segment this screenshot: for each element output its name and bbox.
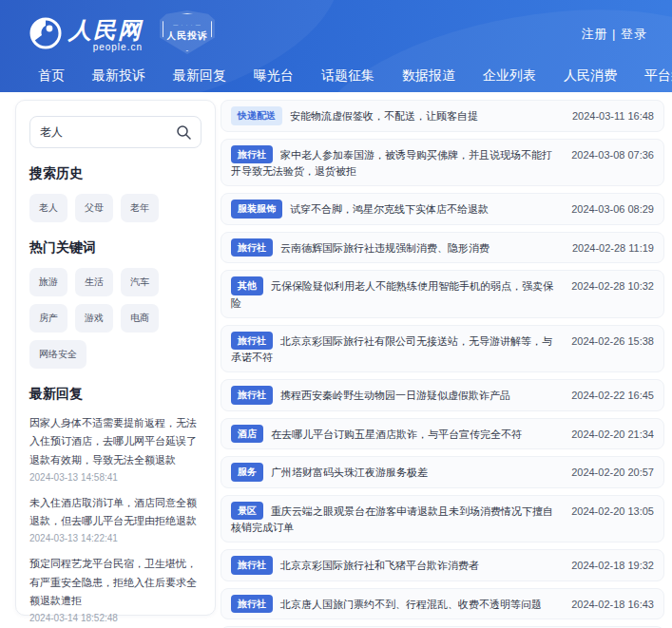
table-row[interactable]: 2024-02-22 16:45旅行社携程西安秦岭野生动物园一日游疑似虚假欺诈产… xyxy=(221,379,664,411)
complaint-text: 试穿不合脚，鸿星尔克线下实体店不给退款 xyxy=(290,203,489,215)
nav-item-企业列表[interactable]: 企业列表 xyxy=(483,67,536,85)
brand-row: 人民网 people.cn — · · · — 人民投诉 注册 | 登录 xyxy=(29,10,647,59)
complaint-text: 北京京彩国际旅行社有限公司无接送站，无导游讲解等，与承诺不符 xyxy=(231,335,552,364)
hot-keyword-tag[interactable]: 旅游 xyxy=(29,268,67,296)
nav-item-话题征集[interactable]: 话题征集 xyxy=(321,67,374,85)
hot-keyword-tag[interactable]: 生活 xyxy=(75,268,113,296)
category-badge: 其他 xyxy=(231,276,263,295)
complaint-shield-badge: — · · · — 人民投诉 xyxy=(160,10,215,54)
complaint-text: 元保保险疑似利用老人不能熟练使用智能手机的弱点，强卖保险 xyxy=(231,280,553,309)
sidebar: 搜索历史 老人父母老年 热门关键词 旅游生活汽车房产游戏电商网络安全 最新回复 … xyxy=(15,100,216,616)
category-badge: 旅行社 xyxy=(231,386,273,405)
complaint-text: 北京京彩国际旅行社和飞猪平台欺诈消费者 xyxy=(280,560,479,571)
brand-zh: 人民网 xyxy=(68,17,143,43)
nav-item-首页[interactable]: 首页 xyxy=(38,67,65,85)
row-date: 2024-03-06 08:29 xyxy=(571,201,654,218)
people-cn-logo[interactable]: 人民网 people.cn xyxy=(29,16,143,52)
row-date: 2024-02-20 20:57 xyxy=(571,465,654,481)
category-badge: 旅行社 xyxy=(231,332,273,351)
reply-text: 预定同程艺龙平台民宿，卫生堪忧，有严重安全隐患，拒绝入住后要求全额退款遭拒 xyxy=(29,555,202,610)
hot-keyword-tag[interactable]: 汽车 xyxy=(121,268,159,296)
complaint-text: 携程西安秦岭野生动物园一日游疑似虚假欺诈产品 xyxy=(280,390,510,401)
complaint-text: 北京唐人国旅门票约不到、行程混乱、收费不透明等问题 xyxy=(280,599,542,610)
table-row[interactable]: 2024-02-18 16:43旅行社北京唐人国旅门票约不到、行程混乱、收费不透… xyxy=(221,588,664,620)
search-box xyxy=(29,116,202,148)
row-date: 2024-02-28 10:32 xyxy=(571,278,654,295)
nav-item-曝光台[interactable]: 曝光台 xyxy=(254,67,294,85)
main-nav: 首页最新投诉最新回复曝光台话题征集数据报道企业列表人民消费平台须知∨ xyxy=(38,63,662,89)
row-date: 2024-02-26 15:38 xyxy=(571,333,654,350)
search-history-title: 搜索历史 xyxy=(29,165,202,182)
latest-replies-title: 最新回复 xyxy=(29,386,202,403)
reply-date: 2024-03-13 14:22:41 xyxy=(29,533,202,543)
category-badge: 酒店 xyxy=(231,425,263,444)
nav-item-数据报道[interactable]: 数据报道 xyxy=(402,67,455,85)
shield-label: 人民投诉 xyxy=(166,29,208,43)
category-badge: 服装服饰 xyxy=(231,200,282,219)
reply-item[interactable]: 因家人身体不适需要提前返程，无法入住预订酒店，去哪儿网平台延误了退款有效期，导致… xyxy=(29,414,202,483)
row-date: 2024-02-22 16:45 xyxy=(571,388,654,404)
table-row[interactable]: 2024-03-11 16:48快递配送安能物流虚假签收，不配送，让顾客自提 xyxy=(221,100,664,132)
nav-item-最新投诉[interactable]: 最新投诉 xyxy=(92,67,145,85)
history-tag[interactable]: 老年 xyxy=(121,194,159,222)
reply-date: 2024-03-13 14:58:41 xyxy=(29,472,202,483)
nav-item-最新回复[interactable]: 最新回复 xyxy=(173,67,226,85)
table-row[interactable]: 2024-02-20 21:34酒店在去哪儿平台订购五星酒店欺诈，与平台宣传完全… xyxy=(221,418,664,450)
table-row[interactable]: 2024-02-26 15:38旅行社北京京彩国际旅行社有限公司无接送站，无导游… xyxy=(221,325,664,373)
table-row[interactable]: 2024-02-20 13:05景区重庆云端之眼观景台在游客申请退款且未到场消费… xyxy=(221,495,664,543)
complaint-text: 安能物流虚假签收，不配送，让顾客自提 xyxy=(290,110,478,122)
row-date: 2024-02-18 16:43 xyxy=(571,597,654,613)
hot-keyword-tag[interactable]: 游戏 xyxy=(75,304,113,333)
table-row[interactable]: 2024-02-18 19:32旅行社北京京彩国际旅行社和飞猪平台欺诈消费者 xyxy=(221,549,664,581)
category-badge: 旅行社 xyxy=(231,145,273,164)
shield-slogan: — · · · — xyxy=(173,22,202,28)
row-date: 2024-03-11 16:48 xyxy=(572,108,654,124)
category-badge: 服务 xyxy=(231,463,263,482)
complaint-text: 广州塔财富码头珠江夜游服务极差 xyxy=(271,466,428,478)
table-row[interactable]: 2024-03-06 08:29服装服饰试穿不合脚，鸿星尔克线下实体店不给退款 xyxy=(221,193,664,225)
row-date: 2024-02-20 13:05 xyxy=(571,504,654,520)
brand-en: people.cn xyxy=(68,43,143,52)
register-login-link[interactable]: 注册 | 登录 xyxy=(581,26,647,43)
brand-text: 人民网 people.cn xyxy=(68,19,143,52)
table-row[interactable]: 2024-03-08 07:36旅行社家中老人参加泰国游，被诱导购买佛牌，并且说… xyxy=(221,139,664,187)
table-row[interactable]: 2024-02-28 10:32其他元保保险疑似利用老人不能熟练使用智能手机的弱… xyxy=(221,270,664,318)
table-row[interactable]: 2024-02-28 11:19旅行社云南德辉国际旅行社违规强制消费、隐形消费 xyxy=(221,232,664,264)
search-icon[interactable] xyxy=(176,124,191,140)
search-input[interactable] xyxy=(40,125,172,139)
header: 人民网 people.cn — · · · — 人民投诉 注册 | 登录 首页最… xyxy=(0,0,672,92)
history-tag[interactable]: 老人 xyxy=(29,194,67,222)
shield-border: — · · · — 人民投诉 xyxy=(163,13,212,51)
row-date: 2024-03-08 07:36 xyxy=(571,147,654,163)
row-date: 2024-02-28 11:19 xyxy=(572,240,654,257)
complaint-text: 家中老人参加泰国游，被诱导购买佛牌，并且说现场不能打开导致无法验货，退货被拒 xyxy=(231,149,552,178)
hot-keyword-tag[interactable]: 网络安全 xyxy=(29,340,86,369)
history-tag[interactable]: 父母 xyxy=(75,194,113,222)
table-row[interactable]: 2024-02-20 20:57服务广州塔财富码头珠江夜游服务极差 xyxy=(221,456,664,488)
people-complaints-page: 人民网 people.cn — · · · — 人民投诉 注册 | 登录 首页最… xyxy=(0,0,672,628)
hot-keyword-tags: 旅游生活汽车房产游戏电商网络安全 xyxy=(29,268,202,369)
reply-text: 因家人身体不适需要提前返程，无法入住预订酒店，去哪儿网平台延误了退款有效期，导致… xyxy=(29,414,202,469)
category-badge: 旅行社 xyxy=(231,556,273,575)
hot-keywords-title: 热门关键词 xyxy=(29,239,202,257)
complaint-text: 云南德辉国际旅行社违规强制消费、隐形消费 xyxy=(280,242,490,254)
nav-item-人民消费[interactable]: 人民消费 xyxy=(564,67,617,85)
search-history-tags: 老人父母老年 xyxy=(29,194,202,222)
category-badge: 景区 xyxy=(231,502,263,521)
hot-keyword-tag[interactable]: 电商 xyxy=(121,304,159,333)
hot-keyword-tag[interactable]: 房产 xyxy=(29,304,67,333)
reply-item[interactable]: 预定同程艺龙平台民宿，卫生堪忧，有严重安全隐患，拒绝入住后要求全额退款遭拒202… xyxy=(29,555,202,623)
people-cn-logo-icon xyxy=(29,16,63,50)
reply-text: 未入住酒店取消订单，酒店同意全额退款，但去哪儿平台无理由拒绝退款 xyxy=(29,494,202,531)
reply-date: 2024-03-14 18:52:48 xyxy=(29,613,202,623)
nav-item-平台须知[interactable]: 平台须知∨ xyxy=(644,67,672,85)
category-badge: 快递配送 xyxy=(231,106,282,125)
row-date: 2024-02-20 21:34 xyxy=(571,427,654,443)
category-badge: 旅行社 xyxy=(231,238,273,257)
reply-item[interactable]: 未入住酒店取消订单，酒店同意全额退款，但去哪儿平台无理由拒绝退款2024-03-… xyxy=(29,494,202,544)
complaint-text: 在去哪儿平台订购五星酒店欺诈，与平台宣传完全不符 xyxy=(271,428,522,440)
category-badge: 旅行社 xyxy=(231,595,273,614)
complaint-rows: 2024-03-11 16:48快递配送安能物流虚假签收，不配送，让顾客自提20… xyxy=(221,100,664,628)
complaint-list: 2024-03-11 16:48快递配送安能物流虚假签收，不配送，让顾客自提20… xyxy=(221,100,664,628)
latest-replies-list: 因家人身体不适需要提前返程，无法入住预订酒店，去哪儿网平台延误了退款有效期，导致… xyxy=(29,414,202,628)
